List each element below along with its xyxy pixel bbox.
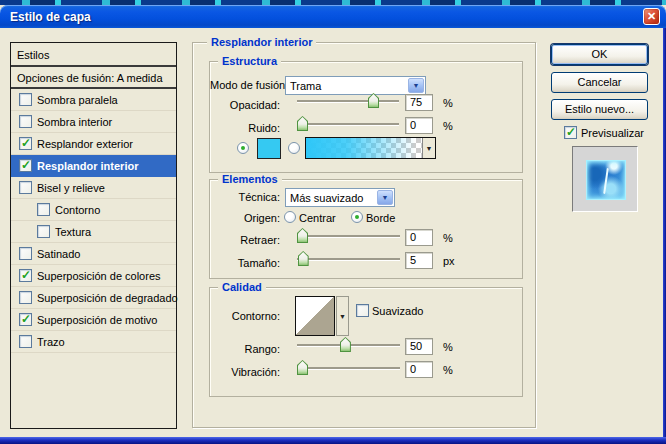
- gradient-arrow-icon[interactable]: ▼: [422, 138, 435, 158]
- sidebar-item-3[interactable]: Resplandor interior: [11, 155, 176, 177]
- item-label: Superposición de colores: [37, 270, 161, 282]
- range-label: Rango:: [210, 343, 280, 355]
- item-label: Bisel y relieve: [37, 182, 105, 194]
- range-field[interactable]: 50: [405, 338, 433, 355]
- origin-edge-label[interactable]: Borde: [366, 212, 395, 224]
- preview-checkbox[interactable]: [564, 126, 577, 139]
- sidebar-item-1[interactable]: Sombra interior: [11, 111, 176, 133]
- item-label: Resplandor interior: [37, 160, 138, 172]
- item-checkbox[interactable]: [19, 93, 32, 106]
- antialias-checkbox[interactable]: [356, 304, 369, 317]
- style-preview-box: [572, 146, 638, 212]
- group-title-calidad: Calidad: [218, 281, 266, 293]
- size-slider[interactable]: [297, 250, 400, 266]
- origin-edge-radio[interactable]: [351, 211, 363, 223]
- sidebar-item-8[interactable]: Superposición de colores: [11, 265, 176, 287]
- gradient-preview[interactable]: [306, 138, 422, 158]
- contour-swatch[interactable]: [295, 296, 335, 336]
- size-slider-thumb[interactable]: [298, 251, 309, 266]
- antialias-label[interactable]: Suavizado: [372, 305, 423, 317]
- titlebar[interactable]: Estilo de capa ✕: [0, 5, 666, 28]
- item-checkbox[interactable]: [37, 225, 50, 238]
- sidebar-item-11[interactable]: Trazo: [11, 331, 176, 353]
- ok-button[interactable]: OK: [551, 44, 648, 65]
- sidebar-header-estilos[interactable]: Estilos: [11, 43, 176, 67]
- sidebar-item-blending-options[interactable]: Opciones de fusión: A medida: [11, 67, 176, 89]
- dialog-bottom-border: [0, 437, 666, 444]
- size-field[interactable]: 5: [405, 252, 433, 269]
- range-slider-thumb[interactable]: [340, 337, 351, 352]
- choke-slider[interactable]: [297, 227, 400, 243]
- item-checkbox[interactable]: [19, 291, 32, 304]
- item-checkbox[interactable]: [19, 269, 32, 282]
- opacity-field[interactable]: 75: [405, 94, 433, 111]
- origin-label: Origen:: [210, 212, 280, 224]
- group-elementos: Elementos Técnica: Más suavizado ▼ Orige…: [209, 179, 523, 279]
- item-label: Trazo: [37, 336, 65, 348]
- group-calidad: Calidad Contorno: ▼ Suavizado Rango: 50 …: [209, 287, 523, 397]
- jitter-slider[interactable]: [297, 359, 400, 375]
- size-unit: px: [443, 255, 455, 267]
- glow-color-swatch[interactable]: [257, 138, 281, 159]
- sidebar-item-9[interactable]: Superposición de degradado: [11, 287, 176, 309]
- sidebar-item-4[interactable]: Bisel y relieve: [11, 177, 176, 199]
- sidebar-item-2[interactable]: Resplandor exterior: [11, 133, 176, 155]
- item-checkbox[interactable]: [19, 159, 32, 172]
- preview-label[interactable]: Previsualizar: [581, 127, 644, 139]
- sidebar-item-10[interactable]: Superposición de motivo: [11, 309, 176, 331]
- noise-field[interactable]: 0: [405, 117, 433, 134]
- noise-slider-thumb[interactable]: [297, 116, 308, 131]
- choke-field[interactable]: 0: [405, 229, 433, 246]
- item-checkbox[interactable]: [19, 313, 32, 326]
- opacity-slider-thumb[interactable]: [368, 93, 379, 108]
- item-label: Textura: [55, 226, 91, 238]
- blend-mode-value: Trama: [286, 80, 407, 92]
- item-label: Satinado: [37, 248, 80, 260]
- group-title-elementos: Elementos: [218, 173, 282, 185]
- origin-center-label[interactable]: Centrar: [299, 212, 336, 224]
- technique-value: Más suavizado: [286, 192, 376, 204]
- item-checkbox[interactable]: [19, 181, 32, 194]
- range-slider[interactable]: [297, 336, 400, 352]
- glow-color-radio[interactable]: [237, 142, 249, 154]
- cancel-button[interactable]: Cancelar: [551, 72, 648, 93]
- contour-label: Contorno:: [210, 310, 280, 322]
- opacity-unit: %: [443, 97, 453, 109]
- chevron-down-icon[interactable]: ▼: [377, 190, 393, 205]
- jitter-field[interactable]: 0: [405, 361, 433, 378]
- item-label: Superposición de motivo: [37, 314, 157, 326]
- item-checkbox[interactable]: [19, 247, 32, 260]
- choke-slider-thumb[interactable]: [297, 228, 308, 243]
- item-checkbox[interactable]: [19, 335, 32, 348]
- opacity-slider[interactable]: [297, 92, 399, 108]
- new-style-button[interactable]: Estilo nuevo...: [551, 99, 648, 120]
- jitter-slider-thumb[interactable]: [297, 360, 308, 375]
- chevron-down-icon[interactable]: ▼: [408, 78, 424, 93]
- sidebar-item-5[interactable]: Contorno: [11, 199, 176, 221]
- glow-gradient-radio[interactable]: [288, 142, 300, 154]
- item-checkbox[interactable]: [37, 203, 50, 216]
- item-label: Sombra paralela: [37, 94, 118, 106]
- item-checkbox[interactable]: [19, 137, 32, 150]
- styles-sidebar: Estilos Opciones de fusión: A medida Som…: [10, 42, 177, 429]
- window-title: Estilo de capa: [0, 10, 91, 24]
- size-label: Tamaño:: [210, 257, 280, 269]
- glow-gradient-picker[interactable]: ▼: [305, 137, 436, 159]
- group-estructura: Estructura Modo de fusión: Trama ▼ Opaci…: [209, 61, 523, 173]
- blend-mode-label: Modo de fusión:: [210, 79, 280, 91]
- technique-select[interactable]: Más suavizado ▼: [285, 188, 395, 207]
- item-label: Superposición de degradado: [37, 292, 178, 304]
- group-title-estructura: Estructura: [218, 55, 281, 67]
- contour-arrow-icon[interactable]: ▼: [336, 296, 349, 336]
- item-label: Sombra interior: [37, 116, 112, 128]
- panel-title: Resplandor interior: [207, 36, 316, 48]
- sidebar-item-6[interactable]: Textura: [11, 221, 176, 243]
- item-checkbox[interactable]: [19, 115, 32, 128]
- origin-center-radio[interactable]: [284, 211, 296, 223]
- sidebar-item-0[interactable]: Sombra paralela: [11, 89, 176, 111]
- choke-label: Retraer:: [210, 234, 280, 246]
- sidebar-item-7[interactable]: Satinado: [11, 243, 176, 265]
- noise-slider[interactable]: [297, 115, 399, 131]
- technique-label: Técnica:: [210, 191, 280, 203]
- close-icon[interactable]: ✕: [643, 8, 660, 25]
